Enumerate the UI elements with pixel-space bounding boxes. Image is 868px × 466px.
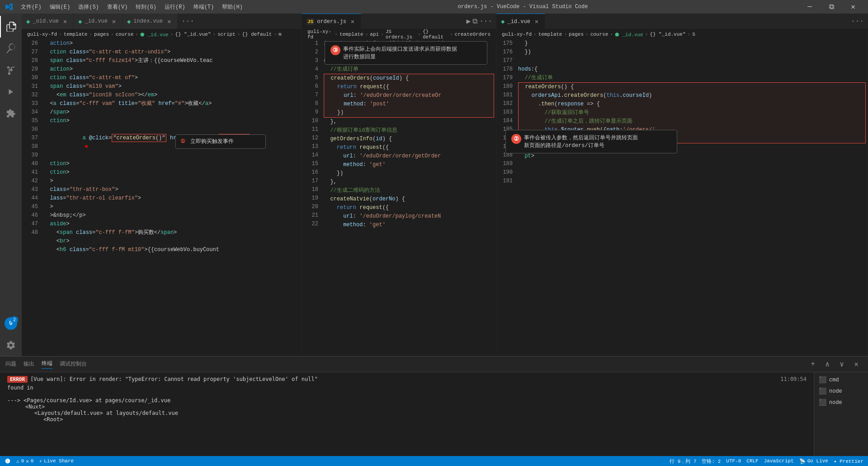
code-line: method: 'get'	[324, 161, 494, 169]
breadcrumb-text: template	[538, 32, 562, 37]
chevron-down-button[interactable]: ∨	[835, 358, 848, 371]
status-spaces[interactable]: 空格: 2	[702, 458, 721, 465]
status-bar-left: ⚠ 0 ✕ 0 ⚡ Live Share	[5, 458, 74, 464]
menu-select[interactable]: 选择(S)	[75, 2, 103, 12]
breadcrumb-text: guli-xy-fd	[27, 32, 57, 37]
panel-line: <Nuxt>	[7, 404, 807, 410]
code-line: >	[43, 177, 300, 185]
breadcrumb-left: guli-xy-fd › template › pages › course ›…	[22, 29, 302, 39]
terminal-icon: ⬛	[819, 376, 826, 384]
split-editor-button[interactable]: ⧉	[472, 17, 477, 26]
tab-index-vue[interactable]: ◆ index.vue ✕	[123, 14, 178, 29]
code-line: <h6 class="c-fff f-fM mt10">{{courseWebV…	[43, 246, 300, 254]
panel: 问题 输出 终端 调试控制台 + ∧ ∨ ✕ ERROR [Vue warn]:…	[0, 357, 868, 456]
panel-body: ERROR [Vue warn]: Error in render: "Type…	[0, 372, 868, 456]
code-line: >	[43, 203, 300, 211]
menu-goto[interactable]: 转到(G)	[132, 2, 160, 12]
close-panel-button[interactable]: ✕	[850, 358, 863, 371]
annotation-text-3: 事件实际上会向后端接口发送请求从而获得数据进行数据回显	[343, 45, 457, 61]
breadcrumb-text: ⬟ _id.vue	[615, 32, 643, 38]
panel-tab-terminal[interactable]: 终端	[42, 360, 52, 369]
tab-close-button[interactable]: ✕	[533, 18, 540, 25]
activity-search[interactable]	[0, 38, 22, 59]
activity-source-control[interactable]	[0, 59, 22, 81]
code-line: class="thr-attr-box">	[43, 185, 300, 194]
tab-orders-js[interactable]: JS orders.js ✕	[302, 14, 361, 29]
code-line: //获取返回订单号	[519, 109, 865, 117]
code-editor-right[interactable]: 175176177178179 180181182183184 18518618…	[496, 39, 868, 356]
menu-run[interactable]: 运行(R)	[161, 2, 189, 12]
status-live-share[interactable]: ⚡ Live Share	[39, 458, 74, 464]
maximize-button[interactable]: ⧉	[821, 0, 842, 14]
code-line: return request({	[324, 143, 494, 152]
menu-file[interactable]: 文件(F)	[17, 2, 45, 12]
tab-close-button[interactable]: ✕	[165, 18, 173, 25]
more-actions-button[interactable]: ···	[479, 17, 492, 25]
prettier-text: ✦ Prettier	[834, 458, 863, 464]
status-encoding[interactable]: UTF-8	[726, 458, 741, 464]
app-container: U 2 ◆ _oid.vue ✕ ◆ _id.vue ✕	[0, 14, 868, 356]
chevron-up-button[interactable]: ∧	[821, 358, 834, 371]
panel-tab-debug[interactable]: 调试控制台	[60, 360, 87, 369]
main-content: ◆ _oid.vue ✕ ◆ _id.vue ✕ ◆ index.vue ✕ ·…	[22, 14, 868, 356]
tab-id-vue-right[interactable]: ◆ _id.vue ✕	[496, 14, 545, 29]
tab-oid-vue[interactable]: ◆ _oid.vue ✕	[22, 14, 74, 29]
code-line: return request({	[324, 204, 494, 212]
activity-extensions[interactable]	[0, 103, 22, 124]
tab-close-button[interactable]: ✕	[349, 18, 356, 25]
status-errors[interactable]: ⚠ 0 ✕ 0	[16, 458, 33, 464]
status-prettier[interactable]: ✦ Prettier	[834, 458, 863, 464]
code-lines-left: action> ction class="c-attr-mt c-attr-un…	[42, 39, 302, 356]
close-button[interactable]: ✕	[843, 0, 863, 14]
menu-terminal[interactable]: 终端(T)	[190, 2, 218, 12]
annotation-number-2: ②	[511, 134, 521, 144]
panel-tab-output[interactable]: 输出	[24, 360, 34, 369]
code-line: getOrdersInfo(id) {	[324, 135, 494, 143]
breadcrumb-text: guli-xy-fd	[307, 29, 333, 39]
status-position[interactable]: 行 9，列 7	[670, 458, 696, 465]
code-line: /span>	[43, 108, 300, 117]
terminal-node-1[interactable]: ⬛ node	[816, 385, 866, 397]
minimize-button[interactable]: —	[799, 0, 820, 14]
error-message: [Vue warn]: Error in render: "TypeError:…	[30, 376, 318, 382]
status-git[interactable]	[5, 458, 11, 464]
breadcrumb-text: template	[340, 32, 363, 37]
more-actions-right[interactable]: ···	[851, 17, 864, 25]
panel-tab-problems[interactable]: 问题	[5, 360, 16, 369]
code-line: <br>	[43, 237, 300, 246]
terminal-label: node	[829, 399, 842, 406]
add-terminal-button[interactable]: +	[807, 358, 819, 371]
tab-overflow-button[interactable]: ···	[178, 17, 198, 25]
code-editor-middle[interactable]: 12345 678910 1112131415 1617181920 2122 …	[302, 39, 496, 356]
code-line: method: 'get'	[324, 221, 494, 229]
status-go-live[interactable]: 📡 Go Live	[799, 458, 828, 464]
code-editor-left[interactable]: 2627282930 3132333435 3637383940 4142434…	[22, 39, 302, 356]
breadcrumb-text: S	[692, 32, 695, 37]
status-bar: ⚠ 0 ✕ 0 ⚡ Live Share 行 9，列 7 空格: 2 UTF-8…	[0, 456, 868, 466]
tab-id-vue-left[interactable]: ◆ _id.vue ✕	[74, 14, 123, 29]
tab-close-button[interactable]: ✕	[61, 18, 69, 25]
tab-label: _id.vue	[85, 18, 107, 24]
menu-view[interactable]: 查看(V)	[104, 2, 132, 12]
menu-help[interactable]: 帮助(H)	[218, 2, 246, 12]
tab-label: _id.vue	[507, 19, 530, 25]
activity-explorer[interactable]	[0, 16, 22, 38]
status-language[interactable]: JavaScript	[764, 458, 794, 464]
menu-edit[interactable]: 编辑(E)	[46, 2, 74, 12]
activity-settings[interactable]	[0, 334, 22, 356]
panel-content[interactable]: ERROR [Vue warn]: Error in render: "Type…	[0, 372, 814, 456]
terminal-cmd[interactable]: ⬛ cmd	[816, 374, 866, 385]
code-line: action>	[43, 39, 300, 48]
editor-group-right: ◆ _id.vue ✕ ··· guli-xy-fd › template › …	[496, 14, 868, 356]
status-line-ending[interactable]: CRLF	[746, 458, 758, 464]
run-button[interactable]: ▶	[467, 17, 471, 26]
title-bar-title: orders.js - VueCode - Visual Studio Code	[246, 4, 799, 10]
terminal-node-2[interactable]: ⬛ node	[816, 397, 866, 408]
encoding-text: UTF-8	[726, 458, 741, 464]
activity-run[interactable]	[0, 81, 22, 103]
status-bar-right: 行 9，列 7 空格: 2 UTF-8 CRLF JavaScript 📡 Go…	[670, 458, 863, 465]
code-line: })	[518, 48, 866, 57]
activity-avatar[interactable]: U 2	[0, 313, 22, 334]
tab-close-button[interactable]: ✕	[110, 18, 118, 25]
code-line: },	[324, 118, 494, 126]
